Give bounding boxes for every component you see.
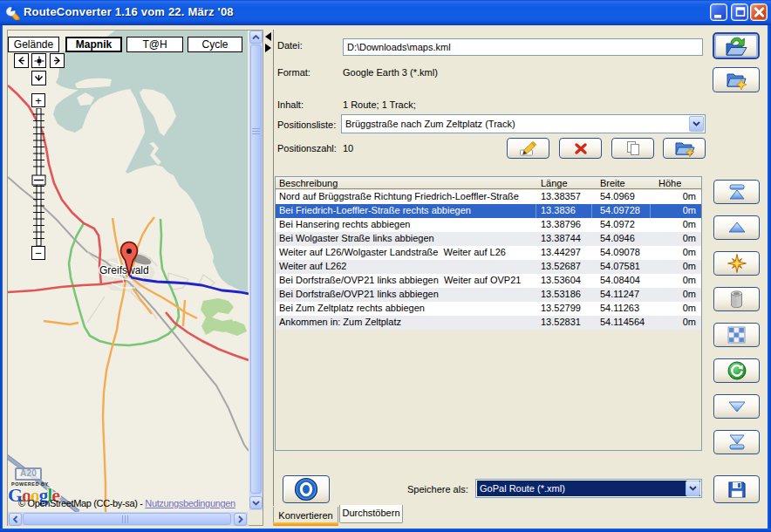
svg-text:Greifswald: Greifswald xyxy=(99,264,149,276)
